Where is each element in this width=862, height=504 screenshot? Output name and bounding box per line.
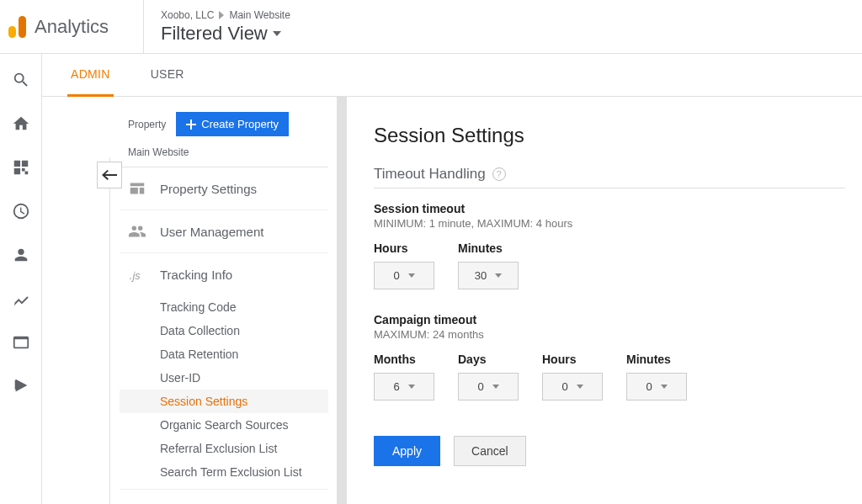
people-icon: [128, 222, 146, 241]
plus-icon: [186, 119, 196, 130]
chevron-right-icon: [219, 11, 224, 19]
logo[interactable]: Analytics: [8, 16, 143, 38]
view-switcher[interactable]: Filtered View: [161, 23, 849, 45]
subitem-referral-exclusion[interactable]: Referral Exclusion List: [120, 437, 328, 460]
breadcrumb-org: Xoobo, LLC: [161, 9, 214, 21]
caret-down-icon: [408, 385, 415, 389]
page-title: Session Settings: [374, 124, 845, 147]
left-rail: [0, 54, 42, 504]
app-name: Analytics: [35, 16, 109, 38]
caret-down-icon: [577, 385, 583, 389]
session-minutes-value: 30: [475, 269, 487, 282]
conversions-icon[interactable]: [12, 377, 30, 395]
property-label: Property: [128, 119, 166, 130]
campaign-timeout-title: Campaign timeout: [374, 313, 845, 326]
session-minutes-picker[interactable]: 30: [458, 262, 519, 289]
campaign-hours-label: Hours: [542, 353, 603, 366]
cancel-button[interactable]: Cancel: [454, 436, 526, 466]
session-minutes-label: Minutes: [458, 241, 519, 255]
caret-down-icon: [495, 273, 502, 278]
back-button[interactable]: [97, 162, 122, 188]
tracking-subitems: Tracking Code Data Collection Data Reten…: [120, 295, 328, 484]
subitem-tracking-code[interactable]: Tracking Code: [120, 295, 328, 319]
nav-user-management[interactable]: User Management: [120, 210, 328, 253]
subitem-session-settings[interactable]: Session Settings: [120, 390, 328, 413]
header-center: Xoobo, LLC Main Website Filtered View: [143, 0, 849, 53]
acquisition-icon[interactable]: [12, 289, 30, 308]
back-arrow-icon: [102, 170, 117, 180]
breadcrumb-prop: Main Website: [229, 9, 290, 21]
customization-icon[interactable]: [12, 158, 30, 177]
tab-admin[interactable]: ADMIN: [67, 54, 114, 97]
apply-button[interactable]: Apply: [374, 436, 440, 466]
analytics-logo-icon: [8, 16, 26, 38]
audience-icon[interactable]: [12, 246, 30, 264]
subitem-data-collection[interactable]: Data Collection: [120, 319, 328, 342]
js-icon: .js: [128, 265, 146, 284]
campaign-days-label: Days: [458, 353, 519, 366]
session-timeout-hint: MINIMUM: 1 minute, MAXIMUM: 4 hours: [374, 217, 845, 230]
campaign-timeout-hint: MAXIMUM: 24 months: [374, 328, 845, 341]
campaign-hours-picker[interactable]: 0: [542, 373, 603, 401]
resize-gutter[interactable]: [337, 97, 347, 504]
nav-property-settings-label: Property Settings: [160, 182, 257, 196]
campaign-months-picker[interactable]: 6: [374, 373, 434, 401]
create-property-label: Create Property: [201, 118, 279, 130]
create-property-button[interactable]: Create Property: [176, 112, 289, 136]
settings-panel-icon: [128, 179, 146, 198]
session-hours-picker[interactable]: 0: [374, 262, 434, 289]
breadcrumb[interactable]: Xoobo, LLC Main Website: [161, 9, 849, 21]
subitem-organic-search-sources[interactable]: Organic Search Sources: [120, 413, 328, 437]
nav-property-settings[interactable]: Property Settings: [120, 167, 328, 210]
caret-down-icon: [273, 31, 281, 36]
settings-panel: Session Settings Timeout Handling ? Sess…: [347, 97, 862, 504]
session-hours-value: 0: [393, 269, 399, 282]
view-name: Filtered View: [161, 23, 268, 45]
subitem-search-term-exclusion[interactable]: Search Term Exclusion List: [120, 460, 328, 484]
caret-down-icon: [408, 273, 415, 278]
property-nav: Property Create Property Main Website Pr…: [42, 97, 337, 504]
campaign-minutes-label: Minutes: [626, 353, 687, 366]
campaign-days-value: 0: [477, 380, 483, 393]
section-product-linking: PRODUCT LINKING: [120, 489, 328, 504]
caret-down-icon: [661, 385, 668, 389]
subitem-user-id[interactable]: User-ID: [120, 366, 328, 390]
home-icon[interactable]: [12, 114, 30, 133]
help-icon[interactable]: ?: [492, 167, 506, 181]
realtime-icon[interactable]: [12, 202, 30, 220]
back-rail: [109, 157, 110, 504]
campaign-months-value: 6: [393, 380, 399, 393]
nav-tracking-info-label: Tracking Info: [160, 268, 232, 282]
campaign-hours-value: 0: [561, 380, 567, 393]
campaign-days-picker[interactable]: 0: [458, 373, 519, 401]
selected-property[interactable]: Main Website: [120, 145, 328, 167]
search-icon[interactable]: [12, 71, 30, 89]
nav-user-management-label: User Management: [160, 225, 263, 239]
campaign-minutes-value: 0: [646, 380, 652, 393]
admin-tabs: ADMIN USER: [42, 54, 862, 97]
svg-text:.js: .js: [130, 269, 141, 282]
nav-tracking-info[interactable]: .js Tracking Info: [120, 253, 328, 295]
tab-user[interactable]: USER: [147, 54, 188, 96]
session-timeout-title: Session timeout: [374, 202, 845, 215]
behavior-icon[interactable]: [12, 333, 30, 352]
timeout-heading: Timeout Handling: [374, 166, 486, 183]
app-header: Analytics Xoobo, LLC Main Website Filter…: [0, 0, 862, 54]
campaign-minutes-picker[interactable]: 0: [626, 373, 687, 401]
caret-down-icon: [492, 385, 499, 389]
subitem-data-retention[interactable]: Data Retention: [120, 342, 328, 366]
session-hours-label: Hours: [374, 241, 434, 255]
campaign-months-label: Months: [374, 353, 434, 366]
